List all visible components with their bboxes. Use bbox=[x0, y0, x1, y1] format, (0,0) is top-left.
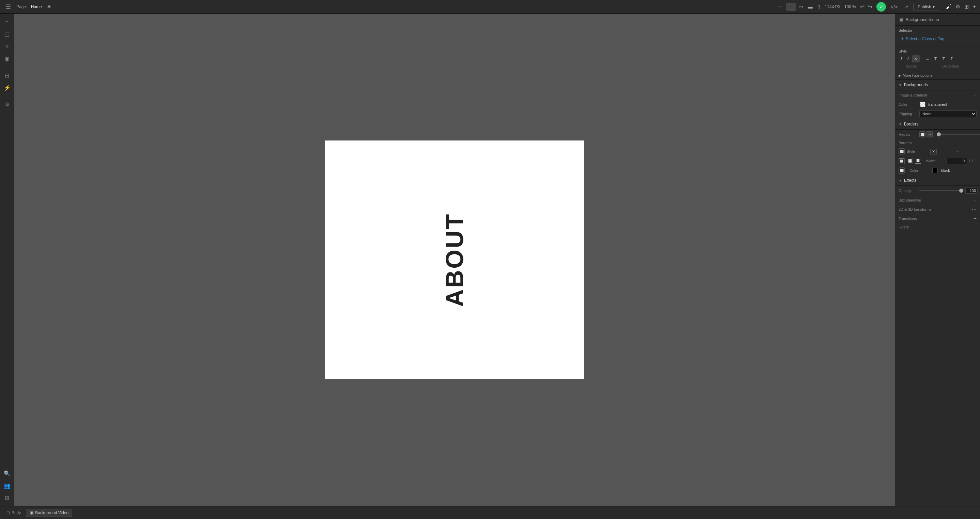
more-options-button[interactable]: ⋯ bbox=[776, 3, 783, 11]
cms-button[interactable]: ⊟ bbox=[2, 70, 13, 81]
selector-add-button[interactable]: + Select a Class or Tag bbox=[899, 34, 977, 43]
border-dotted-button[interactable]: ··· bbox=[954, 149, 960, 155]
undo-button[interactable]: ↩ bbox=[859, 3, 866, 11]
borders-chevron-icon: ▼ bbox=[899, 122, 902, 126]
settings-left-icon: ⚙ bbox=[5, 101, 10, 108]
more-type-options-row[interactable]: ▶ More type options bbox=[895, 71, 980, 80]
save-button[interactable]: ✓ bbox=[877, 2, 886, 11]
color-row: Color transparent bbox=[895, 100, 980, 109]
radius-individual-icon[interactable]: ◔ bbox=[926, 131, 932, 137]
page-label: Page: Home bbox=[16, 5, 42, 9]
layers-button[interactable]: ≡ bbox=[2, 41, 13, 52]
box-shadows-add-button[interactable]: + bbox=[974, 197, 977, 203]
add-icon-button[interactable]: + bbox=[972, 2, 977, 11]
style-icon-button[interactable]: 🖌 bbox=[945, 2, 953, 11]
borders-sides-row: ⬜ ⬜ ⬜ Width PX bbox=[895, 156, 980, 166]
interactions-icon: ⊞ bbox=[964, 4, 969, 10]
text-superscript-button[interactable]: T bbox=[949, 56, 955, 62]
border-color-value: black bbox=[941, 168, 977, 172]
desktop-view-button[interactable]: ⬛ bbox=[786, 3, 796, 11]
image-gradient-row: Image & gradient + bbox=[895, 90, 980, 100]
radius-icons: ⬜ ◔ bbox=[920, 131, 932, 137]
decoration-label: Decoration bbox=[924, 64, 977, 68]
menu-button[interactable]: ☰ bbox=[3, 2, 14, 12]
widget-button[interactable]: ⊞ bbox=[2, 492, 13, 503]
border-bottom-icon[interactable]: ⬜ bbox=[915, 158, 921, 164]
transitions-label: Transitions bbox=[899, 217, 916, 220]
users-icon: 👥 bbox=[4, 482, 11, 489]
assets-button[interactable]: ▣ bbox=[2, 53, 13, 64]
panel-header: ▣ Background Video bbox=[895, 14, 980, 26]
selector-section: Selector + Select a Class or Tag bbox=[895, 26, 980, 46]
navigator-icon: ◫ bbox=[5, 31, 10, 38]
topbar: ☰ Page: Home 👁 ⋯ ⬛ ▭ ▬ ▯ 1144 PX 100 % ↩… bbox=[0, 0, 980, 14]
publish-button[interactable]: Publish ▾ bbox=[913, 3, 939, 11]
opacity-input[interactable] bbox=[965, 188, 978, 194]
borders-title: Borders bbox=[904, 122, 977, 126]
border-dashed-button[interactable]: - - bbox=[946, 149, 953, 155]
borders-section-header[interactable]: ▼ Borders bbox=[895, 119, 980, 129]
border-all-sides-icon[interactable]: ⬜ bbox=[899, 149, 905, 155]
navigator-button[interactable]: ◫ bbox=[2, 29, 13, 40]
search-button[interactable]: 🔍 bbox=[2, 468, 13, 479]
border-all-icon[interactable]: ⬜ bbox=[907, 158, 913, 164]
text-align-right-button[interactable]: T bbox=[940, 55, 947, 62]
code-editor-button[interactable]: </> bbox=[889, 3, 900, 11]
interactions-icon-button[interactable]: ⊞ bbox=[963, 2, 970, 11]
eye-button[interactable]: 👁 bbox=[45, 3, 53, 11]
radius-row: Radius ⬜ ◔ PX bbox=[895, 129, 980, 139]
backgrounds-title: Backgrounds bbox=[904, 83, 977, 87]
remove-style-button[interactable]: ✕ bbox=[912, 55, 920, 62]
plus-icon: + bbox=[973, 4, 976, 10]
transitions-add-button[interactable]: + bbox=[974, 216, 977, 222]
landscape-view-button[interactable]: ▬ bbox=[806, 3, 815, 11]
bg-video-tab-label: Background Video bbox=[35, 511, 68, 515]
border-color-side-icon[interactable]: ⬜ bbox=[899, 168, 905, 174]
settings-icon-button[interactable]: ⚙ bbox=[954, 2, 962, 11]
text-align-left-button[interactable]: ≡ bbox=[924, 55, 931, 62]
color-swatch[interactable] bbox=[920, 102, 926, 107]
settings-left-button[interactable]: ⚙ bbox=[2, 99, 13, 110]
add-elements-button[interactable]: + bbox=[2, 16, 13, 27]
backgrounds-section-header[interactable]: ▼ Backgrounds bbox=[895, 80, 980, 90]
users-button[interactable]: 👥 bbox=[2, 480, 13, 491]
selector-btn-text: Select a Class or Tag bbox=[906, 37, 944, 41]
undo-redo-group: ↩ ↪ bbox=[859, 3, 874, 11]
interactions-left-icon: ⚡ bbox=[4, 85, 11, 91]
border-top-icon[interactable]: ⬜ bbox=[899, 158, 905, 164]
canvas[interactable]: ABOUT bbox=[325, 141, 584, 379]
bold-italic-button[interactable]: I bbox=[905, 55, 911, 62]
transforms-more-button[interactable]: ⋯ bbox=[972, 207, 977, 212]
clipping-row: Clipping None bbox=[895, 109, 980, 119]
canvas-area[interactable]: ABOUT bbox=[14, 14, 895, 506]
interactions-left-button[interactable]: ⚡ bbox=[2, 82, 13, 93]
radius-all-icon[interactable]: ⬜ bbox=[920, 131, 926, 137]
image-gradient-label: Image & gradient bbox=[899, 93, 927, 97]
clipping-select[interactable]: None bbox=[920, 110, 977, 117]
tablet-view-button[interactable]: ▭ bbox=[797, 3, 805, 11]
bg-video-tab[interactable]: ▣ Background Video bbox=[26, 509, 72, 517]
body-tab-label: Body bbox=[11, 511, 21, 515]
border-color-swatch[interactable] bbox=[932, 168, 938, 173]
redo-button[interactable]: ↪ bbox=[867, 3, 874, 11]
text-align-center-button[interactable]: T bbox=[932, 55, 939, 62]
border-style-buttons: ✕ — - - ··· bbox=[930, 149, 961, 155]
right-panel: ▣ Background Video Selector + Select a C… bbox=[895, 14, 980, 506]
borders-label: Borders bbox=[899, 141, 917, 145]
opacity-slider[interactable] bbox=[920, 190, 963, 191]
effects-section-header[interactable]: ▼ Effects bbox=[895, 175, 980, 186]
border-solid-button[interactable]: — bbox=[938, 149, 945, 155]
clipping-label: Clipping bbox=[899, 112, 917, 116]
share-button[interactable]: ↗ bbox=[902, 3, 910, 11]
borders-inner-label-row: Borders bbox=[895, 139, 980, 147]
more-type-options-label: More type options bbox=[903, 73, 932, 77]
border-none-button[interactable]: ✕ bbox=[930, 149, 937, 155]
radius-label: Radius bbox=[899, 132, 917, 136]
italic-button[interactable]: I bbox=[899, 55, 904, 62]
body-tab[interactable]: ⊟ Body bbox=[3, 509, 24, 517]
width-input[interactable] bbox=[947, 158, 967, 164]
mobile-view-button[interactable]: ▯ bbox=[815, 3, 822, 11]
image-gradient-add-button[interactable]: + bbox=[974, 92, 977, 98]
radius-slider[interactable] bbox=[937, 134, 980, 135]
ellipsis-icon: ⋯ bbox=[777, 4, 782, 10]
